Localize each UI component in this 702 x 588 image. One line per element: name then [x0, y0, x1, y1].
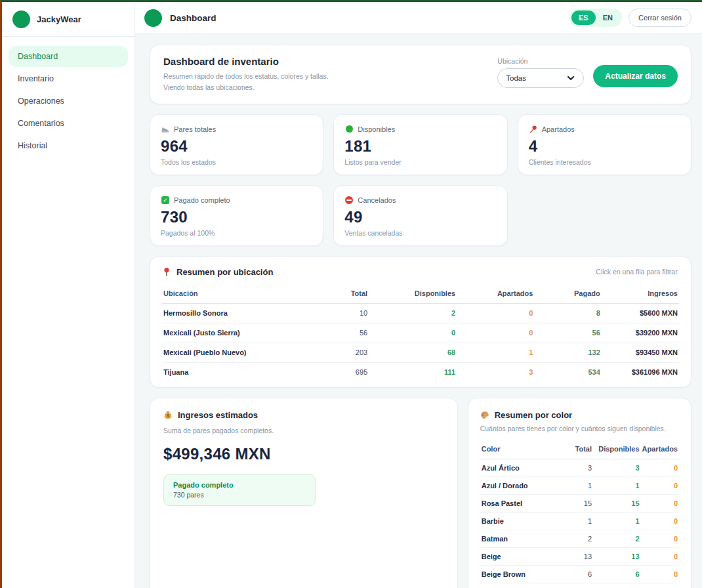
color-summary-title: Resumen por color — [495, 410, 572, 420]
brand-logo-icon — [12, 10, 30, 28]
stat-sub: Listos para vender — [344, 158, 496, 166]
sidebar-item-comentarios[interactable]: Comentarios — [9, 113, 128, 134]
col-ingresos: Ingresos — [602, 285, 679, 304]
refresh-button[interactable]: Actualizar datos — [593, 65, 678, 87]
location-summary-card: Resumen por ubicación Click en una fila … — [150, 256, 692, 388]
stats-grid: Pares totales 964 Todos los estados Disp… — [150, 114, 692, 246]
location-row-tijuana[interactable]: Tijuana 695 111 3 534 $361096 MXN — [162, 362, 679, 382]
color-row: Azul Ártico 3 3 0 — [480, 459, 679, 476]
location-summary-title: Resumen por ubicación — [176, 267, 273, 277]
badge-sub: 730 pares — [173, 491, 306, 499]
stat-card-apartados: Apartados 4 Clientes interesados — [518, 114, 692, 175]
stat-label: Cancelados — [358, 196, 396, 204]
stat-label: Pares totales — [174, 125, 216, 133]
stat-value: 964 — [161, 137, 312, 156]
col-disponibles: Disponibles — [369, 285, 457, 304]
stat-value: 49 — [344, 208, 496, 226]
hero-card: Dashboard de inventario Resumen rápido d… — [150, 45, 692, 104]
viewing-note: Viendo todas las ubicaciones. — [163, 82, 329, 93]
color-row: Beige Brown 6 6 0 — [480, 565, 679, 583]
color-summary-subtitle: Cuántos pares tienes por color y cuántos… — [480, 425, 679, 432]
brand: JackyWear — [2, 2, 134, 37]
topbar-logo-icon — [144, 9, 162, 27]
stat-sub: Clientes interesados — [529, 158, 680, 166]
stat-label: Pagado completo — [174, 196, 230, 204]
brand-name: JackyWear — [37, 14, 81, 24]
col-total: Total — [307, 285, 369, 304]
dashboard-content: Dashboard de inventario Resumen rápido d… — [135, 34, 702, 588]
bottom-row: $ Ingresos estimados Suma de pares pagad… — [150, 398, 692, 588]
location-label: Ubicación — [497, 57, 584, 65]
page-subtitle: Resumen rápido de todos los estatus, col… — [163, 71, 329, 82]
color-row: Beige 13 13 0 — [480, 547, 679, 565]
sidebar-item-inventario[interactable]: Inventario — [9, 68, 128, 89]
pushpin-icon — [529, 125, 538, 134]
color-row: Batman 2 2 0 — [480, 530, 679, 547]
location-row-hermosillo[interactable]: Hermosillo Sonora 10 2 0 8 $5600 MXN — [162, 303, 679, 323]
logout-button[interactable]: Cerrar sesión — [629, 9, 692, 27]
language-toggle: ES EN — [569, 9, 622, 27]
location-row-mexicali-justo-sierra[interactable]: Mexicali (Justo Sierra) 56 0 0 56 $39200… — [162, 323, 679, 343]
col-apartados: Apartados — [457, 285, 534, 304]
color-row: Negro 50 46 4 — [480, 583, 679, 588]
chevron-down-icon — [566, 74, 575, 83]
location-select[interactable]: Todas — [497, 68, 584, 88]
stat-value: 181 — [344, 137, 496, 156]
income-amount: $499,346 MXN — [163, 445, 444, 463]
app-window: JackyWear Dashboard Inventario Operacion… — [2, 2, 702, 588]
money-bag-icon: $ — [163, 410, 173, 419]
income-title: Ingresos estimados — [178, 410, 258, 420]
color-row: Rosa Pastel 15 15 0 — [480, 494, 679, 512]
col-total: Total — [558, 440, 593, 459]
check-icon: ✓ — [161, 196, 170, 205]
filter-hint: Click en una fila para filtrar. — [596, 268, 679, 276]
col-ubicacion: Ubicación — [162, 285, 307, 304]
no-entry-icon — [344, 196, 354, 205]
sidebar-item-historial[interactable]: Historial — [9, 135, 128, 156]
svg-text:$: $ — [167, 413, 169, 418]
stat-sub: Pagados al 100% — [161, 229, 312, 237]
col-disponibles: Disponibles — [593, 440, 641, 459]
color-row: Barbie 1 1 0 — [480, 512, 679, 530]
col-color: Color — [480, 440, 558, 459]
col-apartados: Apartados — [641, 440, 679, 459]
stat-value: 4 — [529, 137, 680, 156]
stat-sub: Ventas canceladas — [344, 229, 496, 237]
sidebar: JackyWear Dashboard Inventario Operacion… — [2, 2, 135, 588]
color-row: Azul / Dorado 1 1 0 — [480, 476, 679, 494]
sneaker-icon — [161, 125, 170, 134]
page-title: Dashboard de inventario — [163, 56, 329, 67]
location-table: Ubicación Total Disponibles Apartados Pa… — [162, 285, 679, 382]
green-dot-icon — [344, 125, 354, 134]
stat-sub: Todos los estados — [161, 158, 312, 166]
topbar: Dashboard ES EN Cerrar sesión — [135, 2, 702, 34]
stat-value: 730 — [161, 208, 312, 226]
location-row-mexicali-pueblo-nuevo[interactable]: Mexicali (Pueblo Nuevo) 203 68 1 132 $93… — [162, 343, 679, 362]
stat-card-disponibles: Disponibles 181 Listos para vender — [333, 114, 507, 175]
sidebar-item-dashboard[interactable]: Dashboard — [9, 46, 128, 67]
palette-icon — [480, 410, 489, 419]
income-card: $ Ingresos estimados Suma de pares pagad… — [150, 398, 458, 588]
sidebar-nav: Dashboard Inventario Operaciones Comenta… — [2, 37, 134, 165]
stat-card-cancelados: Cancelados 49 Ventas canceladas — [333, 185, 507, 246]
income-subtitle: Suma de pares pagados completos. — [163, 425, 444, 436]
location-select-value: Todas — [506, 74, 526, 82]
main-area: Dashboard ES EN Cerrar sesión Dashboard … — [135, 2, 702, 588]
stat-card-pagado-completo: ✓ Pagado completo 730 Pagados al 100% — [150, 185, 323, 246]
stat-label: Apartados — [542, 125, 575, 133]
badge-title: Pagado completo — [173, 481, 306, 489]
paid-complete-badge: Pagado completo 730 pares — [163, 474, 316, 506]
stat-label: Disponibles — [358, 125, 395, 133]
stat-card-pares-totales: Pares totales 964 Todos los estados — [150, 114, 323, 175]
topbar-title: Dashboard — [170, 13, 217, 23]
round-pushpin-icon — [162, 267, 171, 276]
lang-en-button[interactable]: EN — [596, 10, 620, 25]
color-summary-card: Resumen por color Cuántos pares tienes p… — [468, 398, 692, 588]
color-table: Color Total Disponibles Apartados Azul Á… — [480, 440, 679, 588]
col-pagado: Pagado — [534, 285, 601, 304]
lang-es-button[interactable]: ES — [571, 10, 596, 25]
sidebar-item-operaciones[interactable]: Operaciones — [9, 91, 128, 112]
